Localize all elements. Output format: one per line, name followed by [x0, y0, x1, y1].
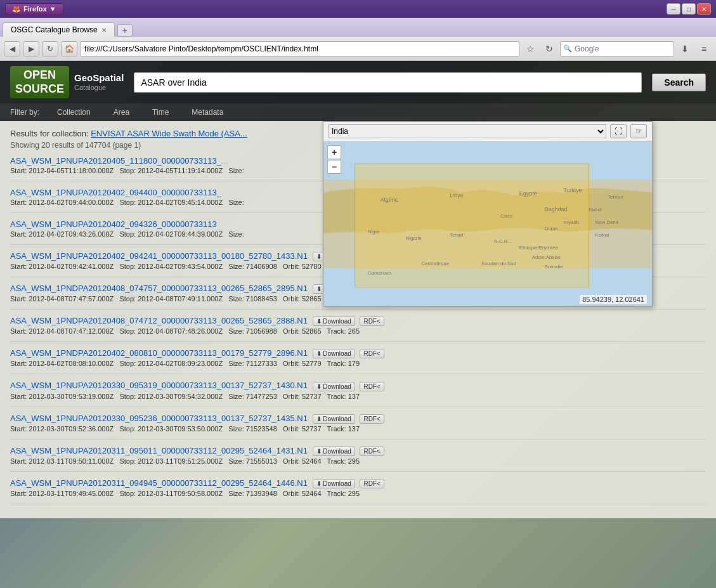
download-button-7[interactable]: ⬇ Download: [313, 349, 355, 358]
svg-text:Egypte: Egypte: [519, 190, 537, 197]
result-item-11: ASA_WSM_1PNUPA20120311_094945_0000007331…: [10, 478, 706, 504]
result-link-1[interactable]: ASA_WSM_1PNUPA20120405_111800_0000007331…: [10, 156, 228, 166]
download-button-6[interactable]: ⬇ Download: [313, 317, 355, 326]
bookmark-star-icon[interactable]: ☆: [522, 41, 538, 56]
new-tab-button[interactable]: +: [117, 24, 133, 37]
main-search-input[interactable]: [134, 72, 642, 93]
stop-label-2: Stop:: [119, 199, 136, 206]
svg-text:Addis Ababa: Addis Ababa: [532, 254, 561, 260]
rdf-button-9[interactable]: RDF<: [360, 414, 384, 424]
size-label-2: Size:: [228, 199, 244, 206]
tab-close-icon[interactable]: ✕: [101, 27, 107, 34]
stop-label: Stop:: [119, 167, 136, 174]
stop-value: 2012-04-05T11:19:14.000Z: [138, 167, 223, 174]
svg-text:Baghdad: Baghdad: [545, 206, 568, 212]
refresh-icon[interactable]: ↻: [541, 41, 557, 56]
result-link-11[interactable]: ASA_WSM_1PNUPA20120311_094945_0000007331…: [10, 478, 308, 488]
back-button[interactable]: ◀: [4, 41, 20, 56]
result-meta-11: Start: 2012-03-11T09:49:45.000Z Stop: 20…: [10, 490, 706, 497]
firefox-logo-icon: 🦊: [12, 5, 21, 13]
start-label-3: Start:: [10, 230, 27, 238]
result-item-9: ASA_WSM_1PNUPA20120330_095236_0000007331…: [10, 414, 706, 440]
svg-text:Libye: Libye: [450, 192, 463, 199]
svg-text:Kabul: Kabul: [589, 207, 602, 212]
map-expand-button[interactable]: ⛶: [610, 124, 627, 138]
zoom-out-button[interactable]: −: [327, 160, 341, 174]
filter-tab-collection[interactable]: Collection: [47, 106, 101, 119]
result-meta-7: Start: 2012-04-02T08:08:10.000Z Stop: 20…: [10, 360, 706, 367]
rdf-button-7[interactable]: RDF<: [360, 349, 384, 358]
close-button[interactable]: ✕: [697, 3, 711, 15]
svg-text:Turkiye: Turkiye: [564, 187, 582, 193]
result-link-4[interactable]: ASA_WSM_1PNUPA20120402_094241_0000007331…: [10, 251, 308, 261]
tab-bar: OSGC Catalogue Browse ✕ +: [0, 18, 716, 37]
menu-icon[interactable]: ≡: [696, 41, 712, 56]
firefox-dropdown-icon: ▼: [49, 5, 56, 13]
search-button[interactable]: Search: [652, 74, 706, 91]
nav-bar: ◀ ▶ ↻ 🏠 ☆ ↻ 🔍 ⬇ ≡: [0, 37, 716, 61]
result-link-2[interactable]: ASA_WSM_1PNUPA20120402_094400_0000007331…: [10, 188, 221, 197]
start-value: 2012-04-05T11:18:00.000Z: [29, 167, 114, 174]
result-link-10[interactable]: ASA_WSM_1PNUPA20120311_095011_0000007331…: [10, 446, 308, 455]
result-item-8: ASA_WSM_1PNUPA20120330_095319_0000007331…: [10, 381, 706, 407]
result-link-9[interactable]: ASA_WSM_1PNUPA20120330_095236_0000007331…: [10, 414, 308, 423]
svg-text:Dubai: Dubai: [545, 226, 558, 232]
svg-text:Nigeria: Nigeria: [406, 235, 422, 241]
stop-value-2: 2012-04-02T09:45:14.000Z: [138, 199, 223, 206]
download-button-11[interactable]: ⬇ Download: [313, 479, 355, 488]
download-button-9[interactable]: ⬇ Download: [313, 414, 355, 424]
rdf-button-10[interactable]: RDF<: [360, 447, 384, 456]
rdf-button-11[interactable]: RDF<: [360, 479, 384, 488]
results-area: India ⛶ ☞: [0, 121, 716, 518]
result-item-10: ASA_WSM_1PNUPA20120311_095011_0000007331…: [10, 446, 706, 472]
svg-text:Cameroun: Cameroun: [368, 270, 391, 276]
download-icon[interactable]: ⬇: [677, 41, 693, 56]
firefox-menu-button[interactable]: 🦊 Firefox ▼: [5, 3, 63, 15]
size-label-3: Size:: [228, 230, 244, 238]
result-item-6: ASA_WSM_1PNDPA20120408_074712_0000007331…: [10, 316, 706, 342]
svg-text:Cairo: Cairo: [500, 213, 513, 219]
map-location-select[interactable]: India: [329, 124, 606, 138]
firefox-label: Firefox: [23, 5, 47, 13]
svg-text:Riyadh: Riyadh: [564, 219, 580, 225]
refresh-button[interactable]: ↻: [42, 41, 58, 56]
start-label-2: Start:: [10, 199, 27, 206]
app-header: OPENSOURCE GeoSpatial Catalogue Search: [0, 61, 716, 103]
collection-link[interactable]: ENVISAT ASAR Wide Swath Mode (ASA...: [91, 129, 247, 138]
result-link-3[interactable]: ASA_WSM_1PNUPA20120402_094326_0000007331…: [10, 219, 217, 229]
browser-search-input[interactable]: [572, 44, 661, 53]
active-tab[interactable]: OSGC Catalogue Browse ✕: [3, 22, 115, 37]
geospatial-text-block: GeoSpatial Catalogue: [74, 73, 124, 91]
stop-value-3: 2012-04-02T09:44:39.000Z: [138, 230, 223, 238]
svg-text:Kolkat: Kolkat: [595, 232, 609, 238]
download-button-8[interactable]: ⬇ Download: [313, 382, 355, 391]
result-item-7: ASA_WSM_1PNDPA20120402_080810_0000007331…: [10, 348, 706, 374]
forward-button[interactable]: ▶: [23, 41, 39, 56]
map-pointer-button[interactable]: ☞: [630, 124, 647, 138]
rdf-button-6[interactable]: RDF<: [360, 317, 384, 326]
map-coordinates: 85.94239, 12.02641: [580, 295, 647, 304]
filter-tab-area[interactable]: Area: [103, 106, 140, 119]
minimize-button[interactable]: ─: [667, 3, 680, 15]
result-link-6[interactable]: ASA_WSM_1PNDPA20120408_074712_0000007331…: [10, 316, 308, 325]
svg-text:Centrafrique: Centrafrique: [421, 261, 449, 266]
svg-text:Tehran: Tehran: [608, 194, 623, 200]
window-controls: ─ □ ✕: [667, 3, 711, 15]
logo-open-text: OPENSOURCE: [10, 66, 69, 98]
result-link-8[interactable]: ASA_WSM_1PNUPA20120330_095319_0000007331…: [10, 381, 308, 390]
svg-text:Somalie: Somalie: [545, 264, 563, 270]
result-link-7[interactable]: ASA_WSM_1PNDPA20120402_080810_0000007331…: [10, 348, 308, 358]
result-link-5[interactable]: ASA_WSM_1PNDPA20120408_074757_0000007331…: [10, 284, 308, 293]
logo-block: OPENSOURCE GeoSpatial Catalogue: [10, 66, 124, 98]
zoom-in-button[interactable]: +: [327, 145, 341, 159]
filter-tab-metadata[interactable]: Metadata: [181, 106, 233, 119]
maximize-button[interactable]: □: [682, 3, 696, 15]
download-button-10[interactable]: ⬇ Download: [313, 447, 355, 456]
url-bar[interactable]: [80, 41, 519, 56]
start-value-2: 2012-04-02T09:44:00.000Z: [29, 199, 114, 206]
app-content: OPENSOURCE GeoSpatial Catalogue Search F…: [0, 61, 716, 588]
home-button[interactable]: 🏠: [61, 41, 77, 56]
rdf-button-8[interactable]: RDF<: [360, 382, 384, 391]
filter-tab-time[interactable]: Time: [142, 106, 179, 119]
svg-text:Algérie: Algérie: [381, 197, 398, 203]
